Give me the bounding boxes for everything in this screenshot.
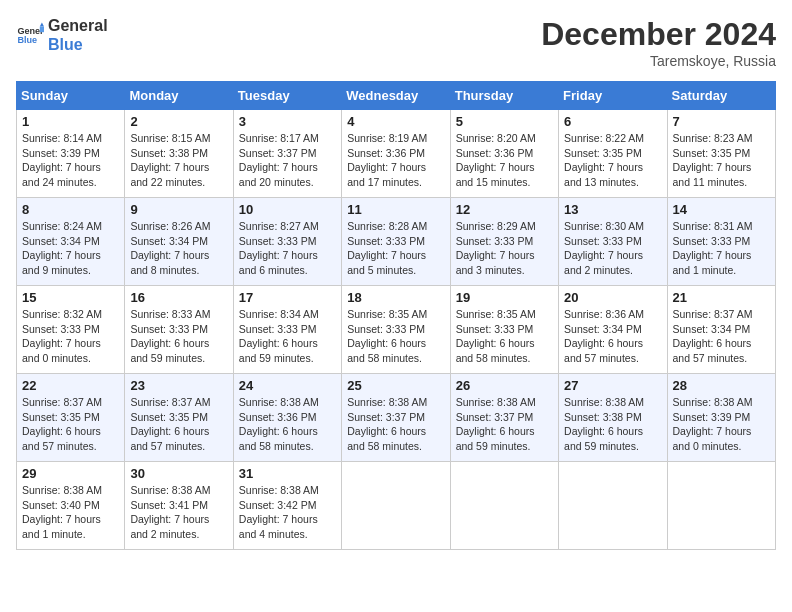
day-number: 16 — [130, 290, 227, 305]
calendar-cell: 2 Sunrise: 8:15 AMSunset: 3:38 PMDayligh… — [125, 110, 233, 198]
cell-content: Sunrise: 8:38 AMSunset: 3:41 PMDaylight:… — [130, 484, 210, 540]
day-number: 7 — [673, 114, 770, 129]
cell-content: Sunrise: 8:22 AMSunset: 3:35 PMDaylight:… — [564, 132, 644, 188]
calendar-cell — [450, 462, 558, 550]
weekday-header-saturday: Saturday — [667, 82, 775, 110]
cell-content: Sunrise: 8:37 AMSunset: 3:34 PMDaylight:… — [673, 308, 753, 364]
day-number: 14 — [673, 202, 770, 217]
day-number: 31 — [239, 466, 336, 481]
day-number: 5 — [456, 114, 553, 129]
day-number: 19 — [456, 290, 553, 305]
cell-content: Sunrise: 8:14 AMSunset: 3:39 PMDaylight:… — [22, 132, 102, 188]
cell-content: Sunrise: 8:38 AMSunset: 3:37 PMDaylight:… — [347, 396, 427, 452]
calendar-table: SundayMondayTuesdayWednesdayThursdayFrid… — [16, 81, 776, 550]
calendar-cell: 29 Sunrise: 8:38 AMSunset: 3:40 PMDaylig… — [17, 462, 125, 550]
weekday-header-tuesday: Tuesday — [233, 82, 341, 110]
weekday-header-row: SundayMondayTuesdayWednesdayThursdayFrid… — [17, 82, 776, 110]
calendar-cell: 14 Sunrise: 8:31 AMSunset: 3:33 PMDaylig… — [667, 198, 775, 286]
day-number: 4 — [347, 114, 444, 129]
calendar-cell: 16 Sunrise: 8:33 AMSunset: 3:33 PMDaylig… — [125, 286, 233, 374]
calendar-cell: 8 Sunrise: 8:24 AMSunset: 3:34 PMDayligh… — [17, 198, 125, 286]
cell-content: Sunrise: 8:38 AMSunset: 3:40 PMDaylight:… — [22, 484, 102, 540]
week-row-1: 1 Sunrise: 8:14 AMSunset: 3:39 PMDayligh… — [17, 110, 776, 198]
day-number: 22 — [22, 378, 119, 393]
calendar-cell: 6 Sunrise: 8:22 AMSunset: 3:35 PMDayligh… — [559, 110, 667, 198]
calendar-cell: 11 Sunrise: 8:28 AMSunset: 3:33 PMDaylig… — [342, 198, 450, 286]
cell-content: Sunrise: 8:24 AMSunset: 3:34 PMDaylight:… — [22, 220, 102, 276]
calendar-cell: 27 Sunrise: 8:38 AMSunset: 3:38 PMDaylig… — [559, 374, 667, 462]
cell-content: Sunrise: 8:34 AMSunset: 3:33 PMDaylight:… — [239, 308, 319, 364]
day-number: 2 — [130, 114, 227, 129]
cell-content: Sunrise: 8:35 AMSunset: 3:33 PMDaylight:… — [456, 308, 536, 364]
calendar-cell: 9 Sunrise: 8:26 AMSunset: 3:34 PMDayligh… — [125, 198, 233, 286]
cell-content: Sunrise: 8:37 AMSunset: 3:35 PMDaylight:… — [130, 396, 210, 452]
svg-marker-3 — [40, 27, 44, 33]
day-number: 6 — [564, 114, 661, 129]
logo: General Blue General Blue — [16, 16, 108, 54]
calendar-cell — [342, 462, 450, 550]
week-row-5: 29 Sunrise: 8:38 AMSunset: 3:40 PMDaylig… — [17, 462, 776, 550]
day-number: 26 — [456, 378, 553, 393]
calendar-cell: 23 Sunrise: 8:37 AMSunset: 3:35 PMDaylig… — [125, 374, 233, 462]
day-number: 28 — [673, 378, 770, 393]
cell-content: Sunrise: 8:28 AMSunset: 3:33 PMDaylight:… — [347, 220, 427, 276]
cell-content: Sunrise: 8:38 AMSunset: 3:38 PMDaylight:… — [564, 396, 644, 452]
calendar-cell: 4 Sunrise: 8:19 AMSunset: 3:36 PMDayligh… — [342, 110, 450, 198]
calendar-cell: 12 Sunrise: 8:29 AMSunset: 3:33 PMDaylig… — [450, 198, 558, 286]
day-number: 10 — [239, 202, 336, 217]
weekday-header-sunday: Sunday — [17, 82, 125, 110]
calendar-cell: 18 Sunrise: 8:35 AMSunset: 3:33 PMDaylig… — [342, 286, 450, 374]
cell-content: Sunrise: 8:37 AMSunset: 3:35 PMDaylight:… — [22, 396, 102, 452]
svg-text:Blue: Blue — [17, 36, 37, 46]
day-number: 12 — [456, 202, 553, 217]
day-number: 27 — [564, 378, 661, 393]
calendar-cell: 26 Sunrise: 8:38 AMSunset: 3:37 PMDaylig… — [450, 374, 558, 462]
calendar-cell: 15 Sunrise: 8:32 AMSunset: 3:33 PMDaylig… — [17, 286, 125, 374]
cell-content: Sunrise: 8:31 AMSunset: 3:33 PMDaylight:… — [673, 220, 753, 276]
cell-content: Sunrise: 8:17 AMSunset: 3:37 PMDaylight:… — [239, 132, 319, 188]
cell-content: Sunrise: 8:29 AMSunset: 3:33 PMDaylight:… — [456, 220, 536, 276]
location-title: Taremskoye, Russia — [541, 53, 776, 69]
day-number: 9 — [130, 202, 227, 217]
calendar-cell: 19 Sunrise: 8:35 AMSunset: 3:33 PMDaylig… — [450, 286, 558, 374]
calendar-cell: 30 Sunrise: 8:38 AMSunset: 3:41 PMDaylig… — [125, 462, 233, 550]
cell-content: Sunrise: 8:36 AMSunset: 3:34 PMDaylight:… — [564, 308, 644, 364]
calendar-cell: 22 Sunrise: 8:37 AMSunset: 3:35 PMDaylig… — [17, 374, 125, 462]
calendar-cell — [667, 462, 775, 550]
calendar-cell: 28 Sunrise: 8:38 AMSunset: 3:39 PMDaylig… — [667, 374, 775, 462]
day-number: 17 — [239, 290, 336, 305]
cell-content: Sunrise: 8:32 AMSunset: 3:33 PMDaylight:… — [22, 308, 102, 364]
day-number: 13 — [564, 202, 661, 217]
logo-general-text: General — [48, 16, 108, 35]
calendar-cell: 31 Sunrise: 8:38 AMSunset: 3:42 PMDaylig… — [233, 462, 341, 550]
calendar-cell: 5 Sunrise: 8:20 AMSunset: 3:36 PMDayligh… — [450, 110, 558, 198]
calendar-cell: 17 Sunrise: 8:34 AMSunset: 3:33 PMDaylig… — [233, 286, 341, 374]
day-number: 24 — [239, 378, 336, 393]
calendar-cell: 10 Sunrise: 8:27 AMSunset: 3:33 PMDaylig… — [233, 198, 341, 286]
weekday-header-monday: Monday — [125, 82, 233, 110]
day-number: 21 — [673, 290, 770, 305]
cell-content: Sunrise: 8:23 AMSunset: 3:35 PMDaylight:… — [673, 132, 753, 188]
calendar-cell: 20 Sunrise: 8:36 AMSunset: 3:34 PMDaylig… — [559, 286, 667, 374]
cell-content: Sunrise: 8:27 AMSunset: 3:33 PMDaylight:… — [239, 220, 319, 276]
cell-content: Sunrise: 8:26 AMSunset: 3:34 PMDaylight:… — [130, 220, 210, 276]
calendar-cell: 3 Sunrise: 8:17 AMSunset: 3:37 PMDayligh… — [233, 110, 341, 198]
calendar-cell: 25 Sunrise: 8:38 AMSunset: 3:37 PMDaylig… — [342, 374, 450, 462]
day-number: 25 — [347, 378, 444, 393]
day-number: 29 — [22, 466, 119, 481]
title-block: December 2024 Taremskoye, Russia — [541, 16, 776, 69]
cell-content: Sunrise: 8:15 AMSunset: 3:38 PMDaylight:… — [130, 132, 210, 188]
logo-icon: General Blue — [16, 21, 44, 49]
day-number: 20 — [564, 290, 661, 305]
week-row-2: 8 Sunrise: 8:24 AMSunset: 3:34 PMDayligh… — [17, 198, 776, 286]
calendar-cell: 7 Sunrise: 8:23 AMSunset: 3:35 PMDayligh… — [667, 110, 775, 198]
cell-content: Sunrise: 8:33 AMSunset: 3:33 PMDaylight:… — [130, 308, 210, 364]
day-number: 23 — [130, 378, 227, 393]
day-number: 3 — [239, 114, 336, 129]
svg-marker-2 — [40, 23, 44, 27]
month-title: December 2024 — [541, 16, 776, 53]
calendar-cell: 24 Sunrise: 8:38 AMSunset: 3:36 PMDaylig… — [233, 374, 341, 462]
day-number: 18 — [347, 290, 444, 305]
weekday-header-thursday: Thursday — [450, 82, 558, 110]
calendar-cell: 13 Sunrise: 8:30 AMSunset: 3:33 PMDaylig… — [559, 198, 667, 286]
